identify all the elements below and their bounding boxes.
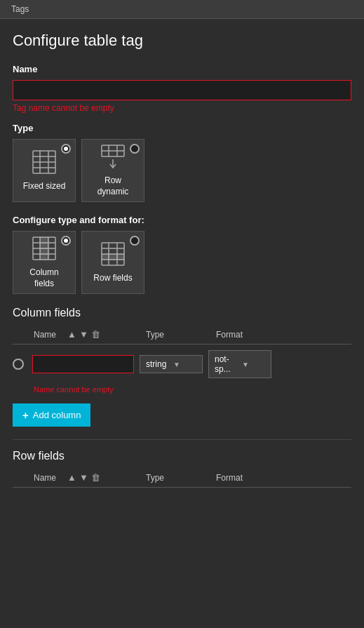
row-sort-down-icon[interactable]: ▼	[79, 472, 88, 483]
column-type-header: Type	[146, 330, 216, 340]
type-card-row-dynamic-label: Row dynamic	[88, 175, 138, 197]
sort-down-icon[interactable]: ▼	[79, 329, 88, 340]
format-select-wrapper[interactable]: not-sp... ▼	[208, 350, 271, 378]
svg-rect-24	[102, 254, 124, 260]
svg-rect-17	[40, 237, 48, 260]
add-column-label: Add column	[33, 410, 81, 420]
type-card-fixed-sized[interactable]: Fixed sized	[13, 139, 76, 202]
row-type-header: Type	[146, 473, 216, 483]
name-label: Name	[13, 64, 351, 74]
row-dynamic-icon	[100, 144, 126, 171]
column-fields-title: Column fields	[13, 307, 351, 319]
row-fields-config-icon	[100, 241, 126, 269]
name-section: Name Tag name cannot be empty	[13, 64, 351, 113]
add-icon: +	[22, 409, 29, 421]
radio-row-fields	[130, 236, 140, 246]
add-column-button[interactable]: + Add column	[13, 403, 90, 427]
radio-fixed-sized	[61, 144, 71, 154]
column-format-header: Format	[216, 330, 351, 340]
column-fields-header: Name ▲ ▼ 🗑 Type Format	[13, 326, 351, 345]
type-select-wrapper[interactable]: string ▼	[140, 355, 203, 373]
row-delete-icon[interactable]: 🗑	[91, 472, 100, 483]
column-fields-section: Column fields Name ▲ ▼ 🗑 Type Format str…	[13, 307, 351, 427]
name-input[interactable]	[13, 80, 351, 100]
breadcrumb: Tags	[0, 0, 364, 19]
type-options: Fixed sized Row dynamic	[13, 139, 351, 202]
row-fields-title: Row fields	[13, 450, 351, 462]
configure-options: Column fields Row	[13, 231, 351, 294]
type-select-chevron: ▼	[173, 361, 199, 368]
name-error: Tag name cannot be empty	[13, 103, 351, 113]
column-name-header: Name ▲ ▼ 🗑	[34, 329, 146, 340]
configure-label: Configure type and format for:	[13, 215, 351, 225]
field-name-error: Name cannot be empty	[13, 384, 351, 396]
fixed-sized-icon	[32, 149, 57, 177]
type-card-fixed-sized-label: Fixed sized	[23, 181, 66, 192]
type-label: Type	[13, 123, 351, 133]
sort-up-icon[interactable]: ▲	[67, 329, 76, 340]
row-format-header: Format	[216, 473, 351, 483]
row-sort-up-icon[interactable]: ▲	[67, 472, 76, 483]
field-row-radio[interactable]	[13, 359, 24, 370]
radio-row-dynamic	[130, 144, 140, 154]
configure-section: Configure type and format for:	[13, 215, 351, 294]
format-select-chevron: ▼	[242, 361, 268, 368]
config-card-column-fields[interactable]: Column fields	[13, 231, 76, 294]
delete-icon[interactable]: 🗑	[91, 329, 100, 340]
sort-icons: ▲ ▼ 🗑	[67, 329, 100, 340]
field-name-input[interactable]	[32, 355, 134, 373]
config-card-row-fields[interactable]: Row fields	[81, 231, 144, 294]
row-sort-icons: ▲ ▼ 🗑	[67, 472, 100, 483]
type-section: Type Fixed sized	[13, 123, 351, 202]
page-title: Configure table tag	[13, 32, 351, 50]
section-divider	[13, 439, 351, 440]
type-card-row-dynamic[interactable]: Row dynamic	[81, 139, 144, 202]
config-card-row-fields-label: Row fields	[93, 273, 132, 284]
format-select-value: not-sp...	[215, 354, 241, 374]
config-card-column-fields-label: Column fields	[19, 267, 69, 289]
type-select-value: string	[146, 359, 172, 369]
column-field-row-container: string ▼ not-sp... ▼ Name cannot be empt…	[13, 345, 351, 396]
column-fields-config-icon	[32, 236, 57, 263]
row-fields-header: Name ▲ ▼ 🗑 Type Format	[13, 469, 351, 488]
row-fields-section: Row fields Name ▲ ▼ 🗑 Type Format	[13, 450, 351, 488]
radio-column-fields	[61, 236, 71, 246]
column-field-row: string ▼ not-sp... ▼	[13, 345, 351, 384]
row-name-header: Name ▲ ▼ 🗑	[34, 472, 146, 483]
